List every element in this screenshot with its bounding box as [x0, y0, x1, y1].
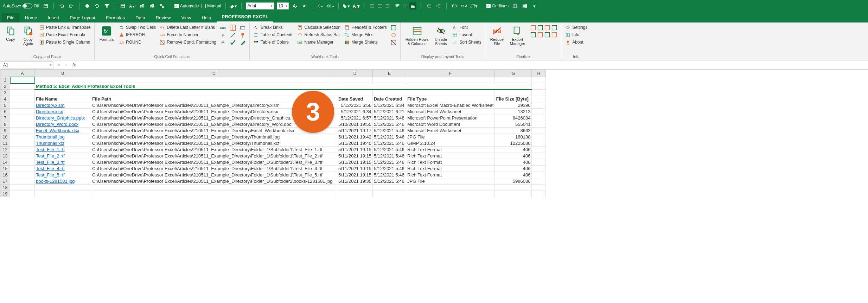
date-created[interactable]: 5/12/2021 5:46: [372, 172, 406, 178]
cell[interactable]: [35, 191, 91, 197]
decrease-decimal-icon[interactable]: .0←: [317, 2, 324, 9]
force-number-button[interactable]: 123Force to Number: [159, 32, 216, 38]
eraser-icon[interactable]: ▾: [230, 2, 237, 9]
cell[interactable]: [10, 153, 35, 159]
cell[interactable]: [10, 191, 35, 197]
file-name-link[interactable]: Directory_Word.docx: [35, 121, 91, 128]
file-type[interactable]: GIMP 2.10.24: [406, 140, 494, 147]
file-size[interactable]: 406: [495, 166, 532, 172]
layout-button[interactable]: Layout: [452, 32, 481, 38]
date-saved[interactable]: 5/12/2021 6:34: [337, 109, 373, 115]
align-left-icon[interactable]: [369, 2, 376, 9]
row-header-11[interactable]: 11: [0, 140, 10, 147]
cell[interactable]: [10, 147, 35, 153]
info-button[interactable]: iInfo: [565, 32, 587, 38]
wb-mini-3-icon[interactable]: [390, 39, 397, 46]
tab-professor-excel[interactable]: PROFESSOR EXCEL: [217, 12, 273, 22]
copy-button[interactable]: Copy: [4, 25, 18, 42]
cell[interactable]: [532, 115, 546, 121]
file-size[interactable]: 406: [495, 153, 532, 159]
copy-again-button[interactable]: Copy Again: [21, 25, 35, 46]
cell[interactable]: [91, 191, 337, 197]
row-header-13[interactable]: 13: [0, 153, 10, 159]
swap-cells-button[interactable]: Swap Two Cells: [119, 25, 156, 30]
date-created[interactable]: 5/12/2021 6:21: [372, 109, 406, 115]
cell[interactable]: [532, 166, 546, 172]
cell[interactable]: [532, 102, 546, 109]
file-path[interactable]: C:\Users\hschi\OneDrive\Professor Excel\…: [91, 147, 337, 153]
name-manager-button[interactable]: abcName Manager: [297, 39, 340, 45]
row-header-8[interactable]: 8: [0, 121, 10, 128]
col-header-B[interactable]: B: [35, 70, 91, 77]
file-type[interactable]: Microsoft PowerPoint Presentation: [406, 115, 494, 121]
cell[interactable]: [372, 90, 406, 96]
file-type[interactable]: Microsoft Excel Worksheet: [406, 109, 494, 115]
file-name-link[interactable]: Test_File_5.rtf: [35, 172, 91, 178]
date-saved[interactable]: 5/11/2021 19:15: [337, 166, 373, 172]
cell[interactable]: [495, 77, 532, 83]
cell[interactable]: [35, 185, 91, 191]
row-header-3[interactable]: 3: [0, 90, 10, 96]
cell[interactable]: [10, 140, 35, 147]
brush-mini-icon[interactable]: [240, 39, 246, 46]
increase-indent-icon[interactable]: [435, 2, 442, 9]
autosave-toggle[interactable]: AutoSave Off: [3, 4, 39, 8]
abc-mini-icon[interactable]: ABC: [220, 25, 226, 31]
increase-font-icon[interactable]: A▴: [292, 2, 299, 9]
cell[interactable]: [495, 185, 532, 191]
cell[interactable]: [532, 121, 546, 128]
fx-label[interactable]: fx: [70, 63, 78, 67]
file-size[interactable]: 29396: [495, 102, 532, 109]
file-name-link[interactable]: books-1281581.jpg: [35, 178, 91, 185]
cell[interactable]: [10, 90, 35, 96]
date-saved[interactable]: 5/11/2021 19:15: [337, 147, 373, 153]
font-button[interactable]: AFont: [452, 25, 481, 30]
cell[interactable]: [10, 185, 35, 191]
fin-mini-5-icon[interactable]: [530, 32, 536, 38]
export-manager-button[interactable]: Export Manager: [509, 25, 526, 46]
row-header-1[interactable]: 1: [0, 77, 10, 83]
m-mini-icon[interactable]: M: [220, 39, 226, 46]
cell[interactable]: [532, 140, 546, 147]
col-header-G[interactable]: G: [495, 70, 532, 77]
row-header-15[interactable]: 15: [0, 166, 10, 172]
select-all-corner[interactable]: [0, 70, 10, 77]
date-created[interactable]: 5/12/2021 5:46: [372, 134, 406, 140]
formula-button[interactable]: fx Formula: [98, 25, 115, 42]
circle-icon[interactable]: [84, 2, 91, 9]
about-button[interactable]: About: [565, 39, 587, 45]
decrease-indent-icon[interactable]: [425, 2, 432, 9]
col-header-E[interactable]: E: [372, 70, 406, 77]
file-name-link[interactable]: Test_File_4.rtf: [35, 166, 91, 172]
row-header-7[interactable]: 7: [0, 115, 10, 121]
row-header-6[interactable]: 6: [0, 109, 10, 115]
paste-single-column-button[interactable]: Paste to Single Column: [39, 39, 91, 45]
date-created[interactable]: 5/12/2021 6:34: [372, 102, 406, 109]
hdr-file-size[interactable]: File Size [Byte]: [495, 96, 532, 102]
cell[interactable]: [10, 96, 35, 102]
paste-exact-formula-button[interactable]: fxPaste Exact Formula: [39, 32, 91, 38]
tab-help[interactable]: Help: [197, 13, 216, 22]
file-name-link[interactable]: Directory.xlsx: [35, 109, 91, 115]
refresh-status-button[interactable]: Refresh Status Bar: [297, 32, 340, 38]
border-icon[interactable]: ▾: [471, 2, 478, 9]
date-created[interactable]: 5/12/2021 5:46: [372, 159, 406, 166]
cell[interactable]: [532, 83, 546, 90]
unhide-sheets-button[interactable]: Unhide Sheets: [433, 25, 448, 46]
grid-mini-icon[interactable]: [230, 25, 236, 31]
sort-sheets-button[interactable]: Sort Sheets: [452, 39, 481, 45]
file-name-link[interactable]: Thumbnail.xcf: [35, 140, 91, 147]
fin-mini-4-icon[interactable]: [551, 25, 557, 31]
file-type[interactable]: Microsoft Excel Macro-Enabled Worksheet: [406, 102, 494, 109]
col-header-H[interactable]: H: [532, 70, 546, 77]
cell[interactable]: [532, 90, 546, 96]
file-size[interactable]: 8663: [495, 128, 532, 134]
calculate-selection-button[interactable]: Calculate Selection: [297, 25, 340, 30]
tab-data[interactable]: Data: [130, 13, 150, 22]
break-links-button[interactable]: Break Links: [253, 25, 293, 30]
grid-icon[interactable]: [511, 2, 518, 9]
delete-last-letter-button[interactable]: ADelete Last Letter if Blank: [159, 25, 216, 30]
row-header-18[interactable]: 18: [0, 185, 10, 191]
tab-view[interactable]: View: [176, 13, 196, 22]
file-name-link[interactable]: Thumbnail.jpg: [35, 134, 91, 140]
